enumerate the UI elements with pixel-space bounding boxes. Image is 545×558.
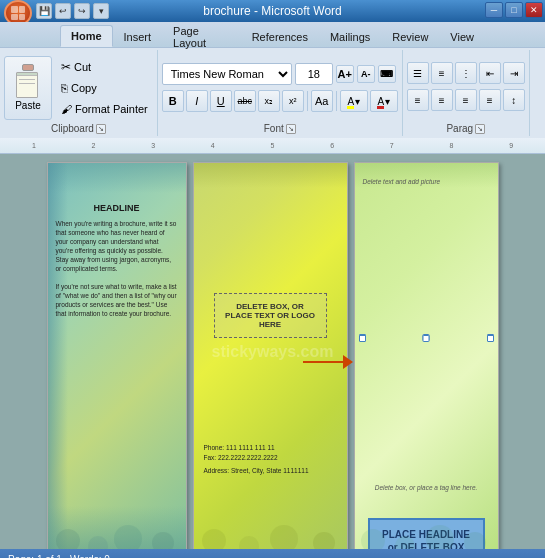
font-size-decrease-button[interactable]: A- <box>357 65 375 83</box>
tab-home[interactable]: Home <box>60 25 113 47</box>
brochure-panel-right: Delete text and add picture PLACE HEADLI… <box>354 162 499 549</box>
address-text: Address: Street, City, State 1111111 <box>204 466 337 476</box>
paragraph-expand-button[interactable]: ↘ <box>475 124 485 134</box>
handle-bl[interactable] <box>359 335 366 342</box>
left-headline: HEADLINE <box>56 203 178 213</box>
multilevel-list-button[interactable]: ⋮ <box>455 62 477 84</box>
paste-label: Paste <box>15 100 41 111</box>
font-expand-button[interactable]: ↘ <box>286 124 296 134</box>
font-label: Font <box>264 123 284 134</box>
italic-button[interactable]: I <box>186 90 208 112</box>
left-body-1[interactable]: When you're writing a brochure, write it… <box>56 219 178 274</box>
qat-dropdown-button[interactable]: ▾ <box>93 3 109 19</box>
status-bar: Page: 1 of 1 Words: 0 <box>0 549 545 558</box>
change-case-button[interactable]: Aa <box>311 90 333 112</box>
svg-point-7 <box>313 532 335 549</box>
font-size-increase-button[interactable]: A+ <box>336 65 354 83</box>
ruler: 1 2 3 4 5 6 7 8 9 <box>0 138 545 154</box>
text-highlight-button[interactable]: A▾ <box>340 90 368 112</box>
format-painter-button[interactable]: 🖌 Format Painter <box>56 99 153 119</box>
svg-point-0 <box>56 529 80 549</box>
words-info: Words: 0 <box>70 554 110 559</box>
underline-button[interactable]: U <box>210 90 232 112</box>
svg-point-5 <box>239 536 259 549</box>
cut-icon: ✂ <box>61 60 71 74</box>
window-title: brochure - Microsoft Word <box>203 4 342 18</box>
svg-point-9 <box>395 536 415 549</box>
svg-point-1 <box>88 536 108 549</box>
left-body-2[interactable]: If you're not sure what to write, make a… <box>56 282 178 318</box>
numbering-button[interactable]: ≡ <box>431 62 453 84</box>
minimize-button[interactable]: ─ <box>485 2 503 18</box>
contact-info: Phone: 111 1111 111 11 Fax: 222.2222.222… <box>204 443 337 476</box>
redo-qat-button[interactable]: ↪ <box>74 3 90 19</box>
svg-point-11 <box>464 532 486 549</box>
delete-box[interactable]: DELETE BOX, OR PLACE TEXT OR LOGO HERE <box>214 293 327 338</box>
tab-mailings[interactable]: Mailings <box>319 25 381 47</box>
tag-line-text: Delete box, or place a tag line here. <box>363 484 490 491</box>
line-spacing-button[interactable]: ↕ <box>503 89 525 111</box>
save-qat-button[interactable]: 💾 <box>36 3 52 19</box>
copy-button[interactable]: ⎘ Copy <box>56 78 153 98</box>
strikethrough-button[interactable]: abc <box>234 90 256 112</box>
font-name-select[interactable]: Times New Roman <box>162 63 292 85</box>
handle-bc[interactable] <box>423 335 430 342</box>
page-info: Page: 1 of 1 <box>8 554 62 559</box>
tab-references[interactable]: References <box>241 25 319 47</box>
handle-br[interactable] <box>487 335 494 342</box>
font-size-input[interactable] <box>295 63 333 85</box>
align-left-button[interactable]: ≡ <box>407 89 429 111</box>
svg-point-10 <box>426 525 454 549</box>
phone-text: Phone: 111 1111 111 11 <box>204 443 337 453</box>
align-right-button[interactable]: ≡ <box>455 89 477 111</box>
arrow <box>303 354 353 370</box>
cut-button[interactable]: ✂ Cut <box>56 57 153 77</box>
tab-view[interactable]: View <box>439 25 485 47</box>
justify-button[interactable]: ≡ <box>479 89 501 111</box>
tab-review[interactable]: Review <box>381 25 439 47</box>
svg-point-3 <box>152 532 174 549</box>
clipboard-label: Clipboard <box>51 123 94 134</box>
superscript-button[interactable]: x² <box>282 90 304 112</box>
right-content: Delete text and add picture PLACE HEADLI… <box>355 163 498 549</box>
copy-icon: ⎘ <box>61 82 68 94</box>
fax-text: Fax: 222.2222.2222.2222 <box>204 453 337 463</box>
left-panel-content: HEADLINE When you're writing a brochure,… <box>56 203 178 318</box>
clipboard-expand-button[interactable]: ↘ <box>96 124 106 134</box>
svg-point-6 <box>270 525 298 549</box>
bold-button[interactable]: B <box>162 90 184 112</box>
tab-page-layout[interactable]: Page Layout <box>162 25 241 47</box>
undo-qat-button[interactable]: ↩ <box>55 3 71 19</box>
tab-insert[interactable]: Insert <box>113 25 163 47</box>
font-color-button[interactable]: A▾ <box>370 90 398 112</box>
paragraph-label: Parag <box>446 123 473 134</box>
font-settings-button[interactable]: ⌨ <box>378 65 396 83</box>
paste-button[interactable]: Paste <box>4 56 52 120</box>
subscript-button[interactable]: x₂ <box>258 90 280 112</box>
bullets-button[interactable]: ☰ <box>407 62 429 84</box>
decrease-indent-button[interactable]: ⇤ <box>479 62 501 84</box>
document-area: stickyways.com HEADLINE When you're writ… <box>0 154 545 549</box>
brochure-panel-left: HEADLINE When you're writing a brochure,… <box>47 162 187 549</box>
svg-point-4 <box>202 529 226 549</box>
align-center-button[interactable]: ≡ <box>431 89 453 111</box>
restore-button[interactable]: □ <box>505 2 523 18</box>
svg-point-2 <box>114 525 142 549</box>
format-painter-icon: 🖌 <box>61 103 72 115</box>
close-button[interactable]: ✕ <box>525 2 543 18</box>
svg-point-8 <box>361 529 385 549</box>
delete-text-top: Delete text and add picture <box>363 178 490 185</box>
increase-indent-button[interactable]: ⇥ <box>503 62 525 84</box>
